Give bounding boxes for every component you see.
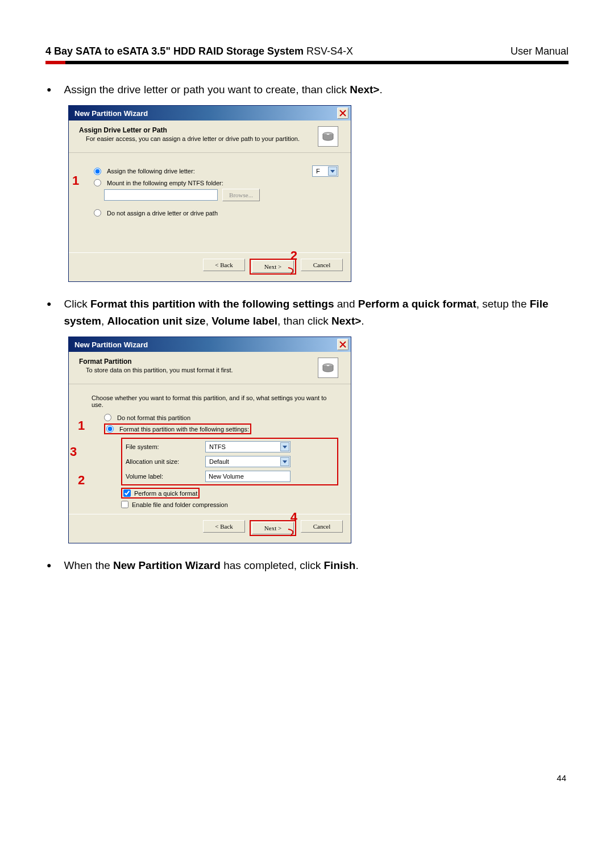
manual-label: User Manual: [511, 45, 569, 57]
checkbox-compression[interactable]: [121, 501, 128, 508]
page-number: 44: [45, 773, 569, 783]
instruction-2: Click Format this partition with the fol…: [64, 296, 569, 330]
close-icon: [339, 109, 347, 117]
header-rule: [45, 61, 569, 64]
disk-icon: [318, 126, 338, 147]
svg-point-1: [326, 134, 329, 135]
quick-format-label: Perform a quick format: [134, 490, 197, 497]
drive-letter-select[interactable]: F: [312, 165, 338, 177]
new-partition-wizard-dialog-1: New Partition Wizard Assign Drive Letter…: [68, 105, 351, 282]
browse-button[interactable]: Browse...: [222, 189, 260, 201]
chevron-down-icon: [280, 457, 289, 466]
radio-no-assign[interactable]: [94, 209, 101, 217]
radio-format-settings-label: Format this partition with the following…: [119, 426, 249, 433]
dialog-title: New Partition Wizard: [74, 109, 148, 118]
instruction-1: Assign the drive letter or path you want…: [64, 81, 382, 98]
annotation-3: 3: [70, 445, 77, 459]
product-title-bold: 4 Bay SATA to eSATA 3.5" HDD RAID Storag…: [45, 45, 304, 57]
format-prompt: Choose whether you want to format this p…: [92, 394, 338, 408]
chevron-down-icon: [280, 442, 289, 451]
close-button[interactable]: [337, 107, 349, 119]
annotation-2: 2: [78, 473, 85, 488]
radio-assign-letter-label: Assign the following drive letter:: [107, 168, 195, 175]
cancel-button[interactable]: Cancel: [301, 520, 343, 533]
folder-path-input[interactable]: [104, 189, 218, 201]
back-button[interactable]: < Back: [203, 520, 245, 533]
page-header: 4 Bay SATA to eSATA 3.5" HDD RAID Storag…: [45, 45, 569, 57]
product-model: RSV-S4-X: [304, 45, 353, 57]
annotation-4: 4: [291, 510, 297, 525]
radio-mount-folder-label: Mount in the following empty NTFS folder…: [107, 180, 223, 186]
radio-assign-letter[interactable]: [94, 168, 101, 175]
file-system-select[interactable]: NTFS: [205, 441, 291, 452]
annotation-1: 1: [72, 173, 79, 188]
svg-point-3: [326, 365, 329, 366]
dialog-subheading: For easier access, you can assign a driv…: [86, 135, 300, 142]
cancel-button[interactable]: Cancel: [301, 259, 343, 271]
allocation-unit-select[interactable]: Default: [205, 456, 291, 467]
allocation-unit-label: Allocation unit size:: [126, 458, 205, 465]
volume-label-input[interactable]: [205, 471, 291, 482]
checkbox-quick-format[interactable]: [123, 489, 131, 497]
chevron-down-icon: [328, 167, 337, 176]
dialog-title: New Partition Wizard: [74, 340, 148, 349]
radio-format-settings[interactable]: [106, 425, 114, 433]
next-button[interactable]: Next >: [252, 522, 294, 534]
new-partition-wizard-dialog-2: New Partition Wizard Format Partition To…: [68, 337, 351, 543]
dialog-titlebar: New Partition Wizard: [69, 337, 351, 352]
annotation-1: 1: [78, 418, 85, 433]
radio-mount-folder[interactable]: [94, 179, 101, 186]
dialog-subheading: To store data on this partition, you mus…: [86, 367, 233, 373]
close-icon: [339, 340, 347, 348]
dialog-titlebar: New Partition Wizard: [69, 106, 351, 121]
radio-no-format-label: Do not format this partition: [117, 414, 190, 421]
file-system-label: File system:: [126, 443, 205, 450]
dialog-heading: Format Partition: [79, 358, 233, 366]
radio-no-assign-label: Do not assign a drive letter or drive pa…: [107, 210, 218, 217]
next-button[interactable]: Next >: [252, 260, 294, 273]
disk-icon: [318, 358, 338, 378]
back-button[interactable]: < Back: [203, 259, 245, 271]
product-title: 4 Bay SATA to eSATA 3.5" HDD RAID Storag…: [45, 45, 353, 57]
dialog-heading: Assign Drive Letter or Path: [79, 126, 300, 134]
annotation-2: 2: [291, 248, 297, 263]
volume-label-label: Volume label:: [126, 473, 205, 480]
close-button[interactable]: [337, 339, 349, 350]
instruction-3: When the New Partition Wizard has comple…: [64, 557, 358, 574]
compression-label: Enable file and folder compression: [132, 501, 228, 508]
radio-no-format[interactable]: [104, 414, 111, 421]
